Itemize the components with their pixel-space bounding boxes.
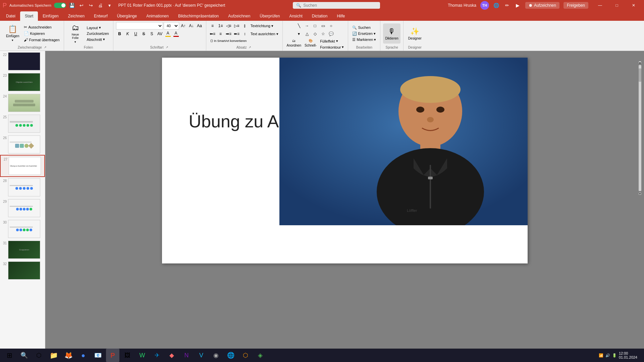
close-button[interactable]: ✕ <box>626 0 641 11</box>
tab-einfuegen[interactable]: Einfügen <box>38 11 63 21</box>
layout-button[interactable]: Layout ▾ <box>86 25 110 31</box>
taskbar-item-vimeo[interactable]: V <box>195 349 208 362</box>
minimize-button[interactable]: — <box>592 0 608 11</box>
slide-item-active[interactable]: 27 Übung zu Ausrichten von Ausrichten <box>0 155 45 177</box>
shape-more[interactable]: ▾ <box>295 30 303 38</box>
clock[interactable]: 12:0001.01.2024 <box>619 351 637 359</box>
align-right-button[interactable]: ➡≡ <box>225 30 232 38</box>
taskbar-search[interactable]: 🔍 <box>17 349 31 362</box>
battery-icon[interactable]: 🔋 <box>612 353 617 358</box>
canvas-area[interactable]: Übung zu Aus <box>45 51 644 353</box>
fuelleffekt-button[interactable]: Fülleffekt ▾ <box>319 38 345 44</box>
schnellformat-button[interactable]: 🎨 Schnell- <box>303 38 318 51</box>
taskbar-item-photos[interactable]: 🖼 <box>121 349 134 362</box>
tab-entwurf[interactable]: Entwurf <box>89 11 112 21</box>
taskbar-item-powerpoint[interactable]: P <box>106 349 119 362</box>
neue-folie-button[interactable]: 🗂 NeueFolie ▾ <box>67 23 84 44</box>
text-ausrichten-button[interactable]: Text ausrichten ▾ <box>249 31 280 37</box>
absatz-expand[interactable]: ↗ <box>248 45 252 49</box>
taskbar-item-app8[interactable]: ◈ <box>254 349 267 362</box>
taskbar-item-chrome[interactable]: ● <box>76 349 90 362</box>
slide-item[interactable]: 29 <box>0 198 45 219</box>
strikethrough-button[interactable]: S <box>140 30 148 38</box>
slide-item[interactable]: 25 <box>0 113 45 134</box>
align-center-button[interactable]: ≡ <box>217 30 224 38</box>
bullets-button[interactable]: ≡ <box>209 22 216 29</box>
slide-item[interactable]: 30 <box>0 219 45 239</box>
justify-button[interactable]: ⬌≡ <box>233 30 240 38</box>
einfuegen-button[interactable]: 📋 Einfügen ▾ <box>4 23 21 44</box>
tab-aufzeichnen[interactable]: Aufzeichnen <box>223 11 255 21</box>
slide-item[interactable]: 26 <box>0 134 45 155</box>
scroll-up[interactable]: ▲ <box>639 61 641 64</box>
slide-item[interactable]: 32 <box>0 260 45 281</box>
shape-rect[interactable]: □ <box>311 22 319 29</box>
slide-item[interactable]: 24 <box>0 93 45 113</box>
user-avatar[interactable]: TH <box>480 1 489 10</box>
taskbar-item-whatsapp[interactable]: W <box>136 349 149 362</box>
tab-datei[interactable]: Datei <box>1 11 20 21</box>
tab-ueberpruefen[interactable]: Überprüfen <box>255 11 284 21</box>
cols-button[interactable]: ⫿ <box>241 22 249 29</box>
shape-diamond[interactable]: ◇ <box>311 30 319 38</box>
font-grow-button[interactable]: A↑ <box>180 22 187 29</box>
numbering-button[interactable]: 1≡ <box>217 22 224 29</box>
shape-arrow[interactable]: → <box>303 22 311 29</box>
zwischenablage-expand[interactable]: ↗ <box>43 45 47 49</box>
slide-item[interactable]: 23 Objekte ausrichten <box>0 72 45 93</box>
taskbar-item-telegram[interactable]: ✈ <box>150 349 164 362</box>
taskbar-item-outlook[interactable]: 📧 <box>91 349 105 362</box>
pen-icon[interactable]: ✏ <box>504 2 511 9</box>
taskbar-item-app7[interactable]: ⬡ <box>239 349 252 362</box>
designer-button[interactable]: ✨ Designer <box>406 23 424 44</box>
taskbar-item-app5[interactable]: ◆ <box>165 349 178 362</box>
taskbar-item-explorer[interactable]: 📁 <box>47 349 60 362</box>
font-color-button[interactable]: A <box>164 30 172 38</box>
tab-animationen[interactable]: Animationen <box>142 11 173 21</box>
volume-icon[interactable]: 🔊 <box>605 353 610 358</box>
markieren-button[interactable]: ☰ Markieren ▾ <box>351 37 377 43</box>
tab-ansicht[interactable]: Ansicht <box>284 11 307 21</box>
taskbar-item-app6[interactable]: ◉ <box>209 349 223 362</box>
ersetzen-button[interactable]: 🔄 Ersetzen ▾ <box>351 31 377 37</box>
autosave-toggle[interactable] <box>54 3 66 8</box>
save-icon[interactable]: 💾 <box>69 2 75 9</box>
clear-format-button[interactable]: Aa <box>196 22 203 29</box>
ausschneiden-button[interactable]: ✂ Ausschneiden <box>22 24 61 30</box>
print-icon[interactable]: 🖨 <box>97 2 104 9</box>
tab-zeichnen[interactable]: Zeichnen <box>63 11 89 21</box>
inc-indent-button[interactable]: ▷≡ <box>233 22 240 29</box>
slide-panel[interactable]: 22 23 Objekte ausrichten 24 25 <box>0 51 45 353</box>
tab-uebergaenge[interactable]: Übergänge <box>112 11 142 21</box>
format-uebertragen-button[interactable]: 🖌 Format übertragen <box>22 37 61 43</box>
shape-triangle[interactable]: △ <box>303 30 311 38</box>
char-space-button[interactable]: AV <box>156 30 164 38</box>
search-input[interactable] <box>303 3 370 8</box>
smartart-button[interactable]: ⟨⟩ In SmartArt konvertieren <box>209 38 248 43</box>
schriftart-expand[interactable]: ↗ <box>165 45 169 49</box>
freigeben-button[interactable]: Freigeben <box>564 2 588 9</box>
shape-callout[interactable]: 💬 <box>327 30 335 38</box>
suchen-button[interactable]: 🔍 Suchen <box>351 25 377 31</box>
taskview-button[interactable]: ⬡ <box>32 349 46 362</box>
start-button[interactable]: ⊞ <box>3 349 16 362</box>
kopieren-button[interactable]: 📄 Kopieren <box>22 31 61 37</box>
undo-icon[interactable]: ↩ <box>78 2 85 9</box>
maximize-button[interactable]: □ <box>609 0 625 11</box>
taskbar-item-onenote[interactable]: N <box>180 349 193 362</box>
taskbar-item-earth[interactable]: 🌐 <box>224 349 237 362</box>
slide-item[interactable]: 31 Gruppieren <box>0 239 45 260</box>
formkontur-button[interactable]: Formkontour ▾ <box>319 44 345 50</box>
bold-button[interactable]: B <box>116 30 123 38</box>
abschnitt-button[interactable]: Abschnitt ▾ <box>86 37 110 42</box>
italic-button[interactable]: K <box>124 30 131 38</box>
underline-button[interactable]: U <box>132 30 140 38</box>
more-icon[interactable]: ▾ <box>106 2 113 9</box>
anordnen-button[interactable]: 🗂 Anordnen <box>285 38 303 51</box>
tab-start[interactable]: Start <box>20 11 38 21</box>
tab-bildschirmpraesentaiton[interactable]: Bildschirmpräsentation <box>173 11 223 21</box>
font-size-select[interactable]: 40 <box>164 22 179 29</box>
scroll-down[interactable]: ▼ <box>639 192 641 195</box>
redo-icon[interactable]: ↪ <box>88 2 94 9</box>
zuruecksetzen-button[interactable]: Zurücksetzen <box>86 31 110 36</box>
